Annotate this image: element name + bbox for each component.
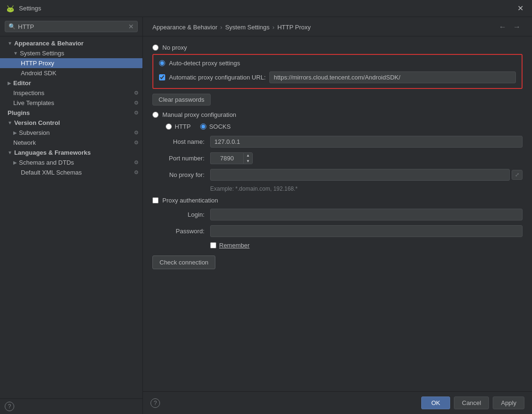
host-input[interactable] xyxy=(210,136,523,148)
remember-checkbox[interactable] xyxy=(210,242,216,248)
sidebar-item-label: Default XML Schemas xyxy=(21,169,82,176)
manual-proxy-radio[interactable] xyxy=(152,112,159,118)
auto-proxy-url-label[interactable]: Automatic proxy configuration URL: xyxy=(169,74,266,81)
sidebar-item-live-templates[interactable]: Live Templates ⚙ xyxy=(0,98,142,108)
svg-line-4 xyxy=(8,6,9,7)
sidebar-bottom-bar: ? xyxy=(0,398,142,414)
password-row: Password: xyxy=(152,225,523,237)
content-panel: Appearance & Behavior › System Settings … xyxy=(143,17,532,414)
login-input[interactable] xyxy=(210,209,523,220)
sidebar-item-network[interactable]: Network ⚙ xyxy=(0,138,142,148)
sidebar-item-default-xml-schemas[interactable]: Default XML Schemas ⚙ xyxy=(0,167,142,177)
sidebar-item-version-control[interactable]: ▼ Version Control xyxy=(0,118,142,128)
host-name-row: Host name: xyxy=(152,136,523,148)
sidebar-item-appearance-behavior[interactable]: ▼ Appearance & Behavior xyxy=(0,38,142,48)
ok-button[interactable]: OK xyxy=(421,396,450,409)
auto-detect-label[interactable]: Auto-detect proxy settings xyxy=(169,60,240,67)
port-input[interactable] xyxy=(210,152,243,164)
proxy-auth-row: Proxy authentication xyxy=(152,197,523,204)
breadcrumb-sep2: › xyxy=(273,24,275,31)
search-clear-button[interactable]: ✕ xyxy=(128,23,134,30)
breadcrumb-part3: HTTP Proxy xyxy=(277,24,311,31)
sidebar-item-label: Live Templates xyxy=(13,99,54,106)
settings-icon: ⚙ xyxy=(134,159,139,166)
no-proxy-for-input[interactable] xyxy=(210,169,510,181)
collapse-arrow: ▼ xyxy=(8,150,12,155)
sidebar-item-schemas-dtds[interactable]: ▶ Schemas and DTDs ⚙ xyxy=(0,158,142,167)
http-radio[interactable] xyxy=(166,123,172,130)
sidebar-item-label: Schemas and DTDs xyxy=(19,159,74,166)
sidebar-item-http-proxy[interactable]: HTTP Proxy xyxy=(0,58,142,68)
sidebar-item-label: Editor xyxy=(13,79,31,87)
sidebar: 🔍 ✕ ▼ Appearance & Behavior ▼ System Set… xyxy=(0,17,143,414)
auto-detect-section: Auto-detect proxy settings Automatic pro… xyxy=(152,54,523,89)
socks-option: SOCKS xyxy=(200,123,231,130)
collapse-arrow: ▼ xyxy=(8,41,12,46)
remember-row: Remember xyxy=(152,242,523,249)
http-label[interactable]: HTTP xyxy=(175,123,191,130)
content-header: Appearance & Behavior › System Settings … xyxy=(143,17,532,36)
sidebar-item-languages-frameworks[interactable]: ▼ Languages & Frameworks xyxy=(0,148,142,158)
android-icon xyxy=(6,4,15,13)
proxy-url-input[interactable] xyxy=(269,71,516,83)
sidebar-item-plugins[interactable]: Plugins ⚙ xyxy=(0,108,142,118)
svg-line-5 xyxy=(12,6,13,7)
no-proxy-for-wrap: ⤢ xyxy=(210,169,523,181)
footer: ? OK Cancel Apply xyxy=(143,391,532,414)
settings-icon: ⚙ xyxy=(134,140,139,146)
password-input[interactable] xyxy=(210,225,523,237)
no-proxy-row: No proxy xyxy=(152,44,523,51)
expand-button[interactable]: ⤢ xyxy=(512,170,523,180)
login-label: Login: xyxy=(152,211,204,218)
collapse-arrow: ▶ xyxy=(8,80,11,86)
proxy-url-row: Automatic proxy configuration URL: xyxy=(159,71,516,83)
socks-label[interactable]: SOCKS xyxy=(209,123,231,130)
sidebar-item-label: HTTP Proxy xyxy=(21,60,54,67)
proxy-auth-label[interactable]: Proxy authentication xyxy=(162,197,218,204)
port-number-row: Port number: ▲ ▼ xyxy=(152,152,523,164)
sidebar-tree: ▼ Appearance & Behavior ▼ System Setting… xyxy=(0,36,142,398)
auto-proxy-url-checkbox[interactable] xyxy=(159,74,165,80)
svg-point-6 xyxy=(9,9,9,10)
auto-detect-radio[interactable] xyxy=(159,60,165,66)
socks-radio[interactable] xyxy=(200,123,206,130)
settings-icon: ⚙ xyxy=(134,169,139,176)
sidebar-item-android-sdk[interactable]: Android SDK xyxy=(0,68,142,78)
http-option: HTTP xyxy=(166,123,191,130)
clear-passwords-button[interactable]: Clear passwords xyxy=(152,94,211,106)
proxy-auth-checkbox[interactable] xyxy=(152,197,159,203)
check-connection-button[interactable]: Check connection xyxy=(152,255,215,269)
footer-buttons: OK Cancel Apply xyxy=(421,396,524,409)
manual-proxy-label[interactable]: Manual proxy configuration xyxy=(162,111,236,118)
main-layout: 🔍 ✕ ▼ Appearance & Behavior ▼ System Set… xyxy=(0,17,532,414)
remember-label[interactable]: Remember xyxy=(219,242,249,249)
no-proxy-radio[interactable] xyxy=(152,44,159,51)
forward-button[interactable]: → xyxy=(511,22,523,32)
content-body: No proxy Auto-detect proxy settings Auto… xyxy=(143,36,532,391)
sidebar-item-label: Subversion xyxy=(19,129,50,136)
search-icon: 🔍 xyxy=(9,23,16,30)
close-button[interactable]: ✕ xyxy=(514,3,526,14)
search-input[interactable] xyxy=(18,23,128,30)
svg-rect-3 xyxy=(7,9,14,11)
sidebar-item-editor[interactable]: ▶ Editor xyxy=(0,78,142,88)
help-button[interactable]: ? xyxy=(5,402,14,411)
settings-icon: ⚙ xyxy=(134,110,139,116)
sidebar-item-label: Android SDK xyxy=(21,70,56,77)
svg-point-7 xyxy=(11,9,12,10)
clear-passwords-section: Clear passwords xyxy=(152,94,523,106)
title-bar: Settings ✕ xyxy=(0,0,532,17)
sidebar-item-subversion[interactable]: ▶ Subversion ⚙ xyxy=(0,128,142,138)
apply-button[interactable]: Apply xyxy=(493,396,524,409)
back-button[interactable]: ← xyxy=(497,22,508,32)
port-decrement-button[interactable]: ▼ xyxy=(244,159,252,164)
port-increment-button[interactable]: ▲ xyxy=(244,153,252,159)
sidebar-item-inspections[interactable]: Inspections ⚙ xyxy=(0,88,142,98)
sidebar-item-system-settings[interactable]: ▼ System Settings xyxy=(0,48,142,58)
cancel-button[interactable]: Cancel xyxy=(454,396,489,409)
sidebar-item-label: Network xyxy=(13,139,36,146)
footer-help-button[interactable]: ? xyxy=(151,398,160,408)
password-label: Password: xyxy=(152,228,204,235)
no-proxy-label[interactable]: No proxy xyxy=(162,44,187,51)
collapse-arrow: ▶ xyxy=(13,130,17,135)
